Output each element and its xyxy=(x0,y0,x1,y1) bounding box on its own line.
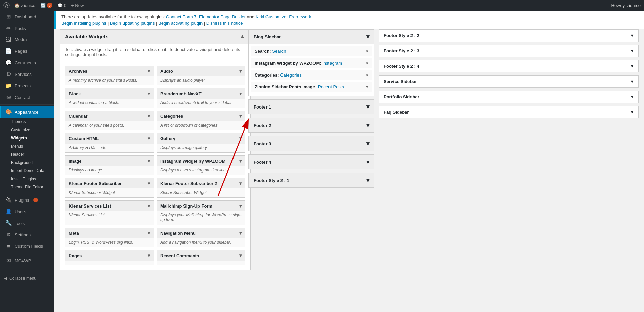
widget-mailchimp[interactable]: Mailchimp Sign-Up Form ▾ Displays your M… xyxy=(157,200,245,225)
widget-klenar-services-list[interactable]: Klenar Services List ▾ Klenar Services L… xyxy=(65,200,154,225)
comments-nav-icon: 💬 xyxy=(5,60,12,66)
instagram-widget-chevron: ▾ xyxy=(366,61,368,66)
widget-image[interactable]: Image ▾ Displays an image. xyxy=(65,155,154,175)
blog-widget-search[interactable]: Search: Search ▾ xyxy=(251,46,372,56)
custom-fields-icon: ≡ xyxy=(5,243,12,249)
plugins-icon: 🔌 xyxy=(5,197,12,203)
footer1-title: Footer 1 xyxy=(254,104,271,110)
widget-klenar-footer-subscriber[interactable]: Klenar Footer Subscriber ▾ Klenar Subscr… xyxy=(65,178,154,198)
footer-style2-1-title: Footer Style 2 : 1 xyxy=(254,178,289,183)
wp-logo[interactable]: ⓦ xyxy=(3,1,10,10)
comments-icon[interactable]: 💬 0 xyxy=(57,3,66,8)
new-content-button[interactable]: + New xyxy=(71,3,84,8)
plugin-link-elementor[interactable]: Elementor Page Builder xyxy=(199,14,246,19)
nav-services[interactable]: ⚙ Services xyxy=(0,68,54,80)
nav-menu-chevron: ▾ xyxy=(239,230,242,236)
footer3-area: Footer 3 ▾ xyxy=(248,136,374,151)
blog-sidebar-header[interactable]: Blog Sidebar ▾ xyxy=(249,30,374,44)
widget-meta[interactable]: Meta ▾ Login, RSS, & WordPress.org links… xyxy=(65,228,154,247)
footer2-header[interactable]: Footer 2 ▾ xyxy=(249,118,374,132)
nav-pages[interactable]: 📄 Pages xyxy=(0,45,54,57)
subnav-import-demo[interactable]: Import Demo Data xyxy=(0,167,54,175)
collapse-available-widgets-button[interactable]: ▲ xyxy=(239,33,245,40)
nav-mc4wp[interactable]: ✉ MC4WP xyxy=(0,255,54,266)
main-content: There are updates available for the foll… xyxy=(54,11,644,312)
widget-recent-comments[interactable]: Recent Comments ▾ xyxy=(157,250,245,265)
klenar-services-chevron: ▾ xyxy=(148,203,150,209)
widget-instagram-wpzoom[interactable]: Instagram Widget by WPZOOM ▾ Displays a … xyxy=(157,155,245,175)
nav-plugins[interactable]: 🔌 Plugins 5 xyxy=(0,194,54,206)
plugin-link-kirki[interactable]: Kirki Customizer Framework xyxy=(256,14,311,19)
nav-comments[interactable]: 💬 Comments xyxy=(0,57,54,68)
media-icon: 🖼 xyxy=(5,37,12,43)
footer3-header[interactable]: Footer 3 ▾ xyxy=(249,136,374,151)
widget-calendar[interactable]: Calendar ▾ A calendar of your site's pos… xyxy=(65,111,154,130)
widget-breadcrumb-navxt[interactable]: Breadcrumb NavXT ▾ Adds a breadcrumb tra… xyxy=(157,88,245,108)
footer-style2-4-title: Footer Style 2 : 4 xyxy=(384,64,419,69)
footer-style2-1-header[interactable]: Footer Style 2 : 1 ▾ xyxy=(249,173,374,187)
admin-sidebar: ⊞ Dashboard ✏ Posts 🖼 Media 📄 Pages 💬 Co… xyxy=(0,11,54,312)
widget-gallery[interactable]: Gallery ▾ Displays an image gallery. xyxy=(157,133,245,153)
subnav-install-plugins[interactable]: Install Plugins xyxy=(0,175,54,183)
footer-style2-3-header[interactable]: Footer Style 2 : 3 ▾ xyxy=(379,45,638,57)
blog-widget-recent-posts[interactable]: Zionico Sidebar Posts Image: Recent Post… xyxy=(251,82,372,92)
footer4-header[interactable]: Footer 4 ▾ xyxy=(249,155,374,169)
blog-sidebar-area: Blog Sidebar ▾ Search: Search ▾ xyxy=(248,29,374,96)
faq-sidebar-area: Faq Sidebar ▾ xyxy=(379,106,639,118)
nav-media[interactable]: 🖼 Media xyxy=(0,34,54,45)
nav-settings[interactable]: ⚙ Settings xyxy=(0,229,54,241)
begin-activating-link[interactable]: Begin activating plugin xyxy=(158,21,203,26)
contact-icon: ✉ xyxy=(5,94,12,100)
footer-style2-4-header[interactable]: Footer Style 2 : 4 ▾ xyxy=(379,60,638,72)
service-sidebar-header[interactable]: Service Sidebar ▾ xyxy=(379,76,638,87)
mailchimp-chevron: ▾ xyxy=(239,203,242,209)
widget-custom-html[interactable]: Custom HTML ▾ Arbitrary HTML code. xyxy=(65,133,154,153)
subnav-themes[interactable]: Themes xyxy=(0,118,54,126)
faq-sidebar-header[interactable]: Faq Sidebar ▾ xyxy=(379,106,638,118)
widget-pages[interactable]: Pages ▾ xyxy=(65,250,154,265)
subnav-header[interactable]: Header xyxy=(0,150,54,159)
footer1-header[interactable]: Footer 1 ▾ xyxy=(249,100,374,114)
updates-icon[interactable]: 🔄 5 xyxy=(40,3,52,8)
subnav-menus[interactable]: Menus xyxy=(0,142,54,150)
widgets-grid: Archives ▾ A monthly archive of your sit… xyxy=(60,61,250,270)
widget-categories[interactable]: Categories ▾ A list or dropdown of categ… xyxy=(157,111,245,130)
collapse-menu-button[interactable]: ◀ Collapse menu xyxy=(0,273,54,283)
service-sidebar-title: Service Sidebar xyxy=(384,79,417,84)
site-name[interactable]: 🏠 Zionico xyxy=(14,3,35,8)
subnav-customize[interactable]: Customize xyxy=(0,126,54,134)
nav-dashboard[interactable]: ⊞ Dashboard xyxy=(0,11,54,22)
widget-block[interactable]: Block ▾ A widget containing a block. xyxy=(65,88,154,108)
subnav-background[interactable]: Background xyxy=(0,159,54,167)
meta-chevron: ▾ xyxy=(148,230,150,236)
nav-posts[interactable]: ✏ Posts xyxy=(0,22,54,34)
dismiss-notice-link[interactable]: Dismiss this notice xyxy=(206,21,243,26)
begin-updating-link[interactable]: Begin updating plugins xyxy=(110,21,155,26)
services-icon: ⚙ xyxy=(5,71,12,77)
widget-audio[interactable]: Audio ▾ Displays an audio player. xyxy=(157,66,245,85)
widget-navigation-menu[interactable]: Navigation Menu ▾ Add a navigation menu … xyxy=(157,228,245,247)
footer-style2-2-chevron: ▾ xyxy=(631,33,633,38)
widget-klenar-footer-subscriber2[interactable]: Klenar Footer Subscriber 2 ▾ Klenar Subs… xyxy=(157,178,245,198)
widget-archives[interactable]: Archives ▾ A monthly archive of your sit… xyxy=(65,66,154,85)
begin-installing-link[interactable]: Begin installing plugins xyxy=(61,21,106,26)
blog-widget-categories[interactable]: Categories: Categories ▾ xyxy=(251,70,372,80)
available-widgets-header: Available Widgets ▲ xyxy=(60,30,250,44)
footer-style2-2-header[interactable]: Footer Style 2 : 2 ▾ xyxy=(379,30,638,42)
nav-custom-fields[interactable]: ≡ Custom Fields xyxy=(0,241,54,252)
blog-widget-instagram[interactable]: Instagram Widget by WPZOOM: Instagram ▾ xyxy=(251,58,372,68)
plugin-link-contactform7[interactable]: Contact Form 7 xyxy=(166,14,197,19)
footer-style2-3-area: Footer Style 2 : 3 ▾ xyxy=(379,45,639,57)
nav-projects[interactable]: 📁 Projects xyxy=(0,80,54,92)
subnav-theme-editor[interactable]: Theme File Editor xyxy=(0,183,54,191)
projects-icon: 📁 xyxy=(5,83,12,89)
pages-icon: 📄 xyxy=(5,48,12,54)
nav-tools[interactable]: 🔧 Tools xyxy=(0,217,54,229)
blog-sidebar-title: Blog Sidebar xyxy=(254,34,281,39)
nav-contact[interactable]: ✉ Contact xyxy=(0,92,54,103)
nav-appearance[interactable]: 🎨 Appearance xyxy=(0,106,54,118)
subnav-widgets[interactable]: Widgets xyxy=(0,134,54,142)
portfolio-sidebar-header[interactable]: Portfolio Sidebar ▾ xyxy=(379,91,638,103)
nav-users[interactable]: 👤 Users xyxy=(0,206,54,217)
archives-chevron: ▾ xyxy=(148,68,150,74)
